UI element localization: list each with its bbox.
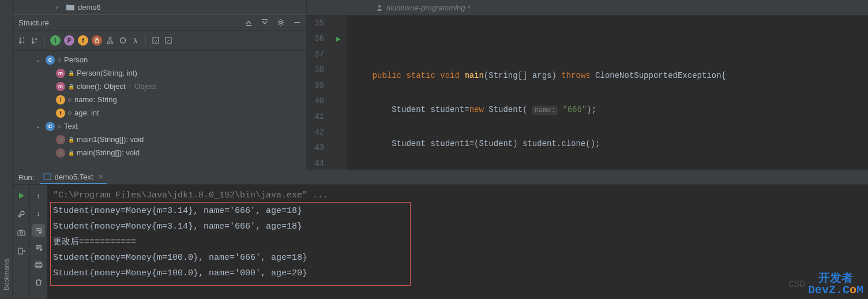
run-tab-label: demo5.Text (54, 173, 93, 181)
lambda-icon[interactable]: λ (131, 36, 140, 45)
show-properties-icon[interactable]: P (64, 35, 74, 46)
autoscroll1-icon[interactable] (151, 36, 160, 45)
method-icon: m (56, 69, 65, 78)
visibility-icon (68, 98, 72, 102)
structure-tree: ⌄ C Person m 🔒 Person(String, int) m 🔒 c… (13, 51, 306, 170)
print-icon[interactable] (32, 259, 45, 271)
show-inherited-icon[interactable] (106, 36, 115, 45)
svg-point-10 (121, 38, 126, 43)
node-label: age: int (74, 109, 99, 117)
visibility-icon (58, 125, 61, 128)
method-node[interactable]: m 🔒 Person(String, int) (13, 66, 306, 80)
folder-name: demo6 (78, 3, 101, 12)
chevron-down-icon: ⌄ (36, 123, 43, 129)
autoscroll2-icon[interactable] (164, 36, 173, 45)
wrench-icon[interactable] (15, 208, 28, 220)
console-line: Student{money=Money{m=3.14}, name='666',… (53, 203, 862, 219)
run-gutter (330, 16, 347, 170)
editor-area: niuniuxue-programming * 3536373839404142… (307, 0, 868, 170)
method-node[interactable]: 🔒 main1(String[]): void (13, 133, 306, 146)
up-icon[interactable]: ↑ (32, 189, 45, 202)
project-tree-row[interactable]: › demo6 (13, 0, 306, 14)
console-output[interactable]: "C:\Program Files\Java\jdk1.8.0_192\bin\… (47, 185, 868, 299)
left-gutter-bar: Bookmarks (0, 0, 13, 299)
svg-text:9: 9 (22, 40, 25, 44)
svg-point-15 (378, 5, 381, 8)
exit-icon[interactable] (15, 245, 28, 257)
run-toolbar-inner: ↑ ↓ (30, 185, 47, 299)
node-label: Person(String, int) (77, 69, 137, 77)
lock-icon: 🔒 (68, 150, 74, 156)
minimize-icon[interactable] (291, 17, 303, 28)
console-line: Student{money=Money{m=3.14}, name='666',… (53, 219, 862, 234)
folder-icon (66, 4, 74, 11)
class-node-text[interactable]: ⌄ C Text (13, 119, 306, 133)
show-lambda-icon[interactable] (92, 35, 102, 46)
node-label: Text (64, 122, 78, 130)
node-label: main1(String[]): void (77, 135, 144, 144)
visibility-icon (58, 58, 61, 62)
run-toolbar-left (13, 185, 30, 299)
svg-text:z: z (35, 40, 37, 44)
run-play-icon[interactable] (15, 189, 28, 202)
field-icon: f (56, 95, 65, 104)
trash-icon[interactable] (32, 276, 45, 289)
node-label: clone(): Object (77, 82, 126, 91)
structure-title: Structure (18, 18, 49, 27)
visibility-icon (68, 111, 72, 115)
expand-all-icon[interactable] (243, 17, 254, 28)
node-label: name: String (74, 95, 117, 104)
editor-body[interactable]: 35363738394041424344 public static void … (307, 16, 868, 170)
scroll-end-icon[interactable] (32, 241, 45, 254)
run-method-icon (56, 148, 65, 158)
method-node[interactable]: m 🔒 clone(): Object ↑Object (13, 80, 306, 93)
code-area[interactable]: public static void main(String[] args) t… (347, 16, 868, 170)
class-icon: C (46, 122, 55, 131)
show-anonymous-icon[interactable] (118, 36, 127, 45)
field-icon: f (56, 109, 65, 118)
class-node-person[interactable]: ⌄ C Person (13, 53, 306, 66)
override-up-icon: ↑ (129, 83, 132, 90)
author-hint: niuniuxue-programming * (386, 3, 470, 12)
chevron-right-icon: › (56, 4, 63, 10)
down-icon[interactable]: ↓ (32, 207, 45, 219)
class-icon: C (46, 55, 55, 65)
super-class: Object (134, 82, 156, 91)
author-hint-bar: niuniuxue-programming * (307, 0, 868, 16)
console-line: Student{money=Money{m=100.0}, name='000'… (53, 266, 862, 281)
method-icon: m (56, 82, 65, 91)
field-node[interactable]: f age: int (13, 106, 306, 119)
method-node[interactable]: 🔒 main(String[]): void (13, 146, 306, 159)
structure-panel: › demo6 Structure 19 az I (13, 0, 307, 170)
node-label: Person (64, 55, 88, 64)
svg-rect-19 (20, 230, 22, 231)
svg-rect-20 (18, 248, 22, 254)
sort1-icon[interactable]: 19 (17, 36, 27, 45)
svg-point-0 (280, 21, 282, 24)
console-line: 更改后=========== (53, 234, 862, 250)
person-icon (376, 4, 383, 11)
sort-alpha-icon[interactable]: az (30, 36, 39, 45)
show-fields-icon[interactable]: f (78, 35, 88, 46)
svg-rect-16 (44, 174, 51, 180)
lock-icon: 🔒 (68, 84, 74, 89)
field-node[interactable]: f name: String (13, 93, 306, 106)
softwrap-icon[interactable] (32, 224, 45, 237)
run-panel: Run: demo5.Text ✕ ↑ ↓ (13, 170, 868, 299)
bookmarks-label[interactable]: Bookmarks (3, 256, 10, 293)
svg-point-8 (111, 42, 113, 44)
collapse-all-icon[interactable] (259, 17, 270, 28)
line-number-gutter: 35363738394041424344 (307, 16, 330, 170)
camera-icon[interactable] (15, 226, 28, 239)
svg-rect-6 (95, 40, 99, 43)
watermark: CSD 开发者 DevZ.CoM (788, 273, 863, 296)
node-label: main(String[]): void (77, 148, 140, 157)
run-tab[interactable]: demo5.Text ✕ (40, 171, 106, 184)
close-icon[interactable]: ✕ (98, 173, 103, 181)
structure-header: Structure (13, 14, 306, 31)
run-method-icon (56, 135, 65, 144)
lock-icon: 🔒 (68, 70, 74, 76)
show-interfaces-icon[interactable]: I (50, 35, 61, 46)
gear-icon[interactable] (275, 17, 287, 28)
svg-point-7 (107, 42, 110, 44)
